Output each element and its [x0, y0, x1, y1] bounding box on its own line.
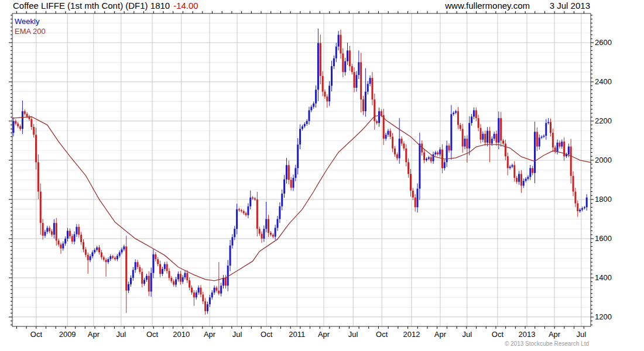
- y-axis-tick-label: 1200: [595, 312, 612, 321]
- x-axis-tick-label: Apr: [88, 330, 100, 339]
- x-axis-tick-label: Jul: [348, 330, 358, 339]
- candlestick-chart-canvas: 12001400160018002000220024002600Oct2009A…: [0, 0, 644, 351]
- x-axis-tick-label: Oct: [146, 330, 159, 339]
- x-axis-tick-label: Oct: [492, 330, 504, 339]
- x-axis-tick-label: Apr: [318, 330, 330, 339]
- y-axis-labels: 12001400160018002000220024002600: [595, 38, 612, 321]
- x-axis-tick-label: 2013: [519, 330, 536, 339]
- y-axis-tick-label: 2600: [595, 38, 612, 47]
- x-axis-tick-label: Apr: [549, 330, 561, 339]
- x-axis-tick-label: 2010: [173, 330, 190, 339]
- ema-200-line: [12, 115, 591, 281]
- x-axis-tick-label: Apr: [204, 330, 216, 339]
- y-axis-tick-label: 1800: [595, 195, 612, 204]
- chart-page: { "header": { "title": "Coffee LIFFE (1s…: [0, 0, 644, 351]
- x-axis-tick-label: Jul: [117, 330, 126, 339]
- y-axis-tick-label: 2400: [595, 77, 612, 86]
- y-axis-tick-label: 1400: [595, 273, 612, 282]
- y-axis-tick-label: 2000: [595, 156, 612, 164]
- x-axis-tick-label: 2011: [289, 330, 305, 339]
- y-axis-tick-label: 1600: [595, 234, 612, 243]
- x-axis-tick-label: 2009: [59, 330, 76, 339]
- copyright-notice: © 2013 Stockcube Research Ltd: [505, 340, 589, 347]
- x-axis-tick-label: Jul: [463, 330, 472, 339]
- gridlines-minor: [12, 23, 591, 307]
- x-axis-tick-label: Apr: [434, 330, 447, 339]
- x-axis-tick-label: Oct: [30, 330, 43, 339]
- y-axis-tick-label: 2200: [595, 116, 612, 125]
- x-axis-labels: Oct2009AprJulOct2010AprJulOct2011AprJulO…: [30, 330, 587, 339]
- x-axis-tick-label: 2012: [403, 330, 420, 339]
- x-axis-tick-label: Oct: [376, 330, 388, 339]
- candles-layer: [13, 29, 588, 315]
- x-axis-tick-label: Jul: [577, 330, 587, 339]
- x-axis-tick-label: Jul: [232, 330, 242, 339]
- x-axis-tick-label: Oct: [261, 330, 273, 339]
